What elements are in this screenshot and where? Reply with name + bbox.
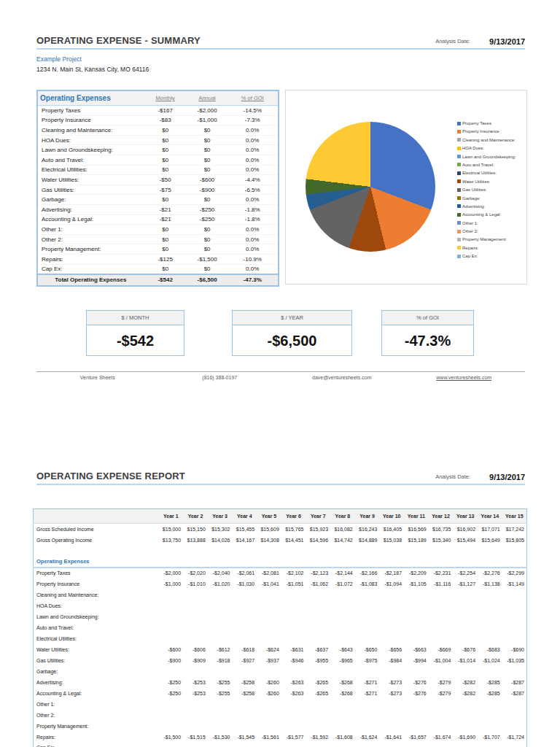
report-row-value [306, 622, 330, 633]
expense-row-value: $0 [187, 155, 228, 165]
report-row-value [183, 600, 208, 611]
report-data-row: Garbage: [34, 666, 527, 677]
legend-swatch-icon [457, 213, 461, 217]
report-row-value [453, 622, 478, 633]
legend-item: HOA Dues: [457, 146, 516, 150]
report-row-value: -$663 [404, 644, 429, 655]
footer-phone: (816) 388-0197 [159, 375, 281, 380]
legend-label: Lawn and Groundskeeping: [462, 155, 516, 159]
report-row-value: -$2,040 [208, 568, 233, 578]
legend-label: Repairs: [462, 246, 478, 250]
report-row-value: -$1,041 [257, 578, 281, 589]
report-row-value: -$1,116 [429, 578, 454, 589]
report-data-row: Other 2: [34, 710, 527, 721]
report-row-value: $15,302 [208, 524, 233, 535]
report-row-value [429, 743, 454, 747]
report-row-value: -$1,592 [306, 732, 330, 743]
footer-website-link[interactable]: www.venturesheets.com [403, 375, 526, 380]
report-row-value [502, 622, 527, 633]
expense-row: Gas Utilities:-$75-$900-6.5% [37, 185, 279, 195]
expense-row-value: -1.8% [227, 204, 279, 214]
report-row-value [379, 600, 404, 611]
legend-item: Advertising: [457, 204, 516, 209]
metric-goi-label: % of GOI [382, 311, 473, 325]
report-row-label: Gross Scheduled Income [34, 524, 159, 535]
report-row-value: -$265 [306, 677, 330, 688]
report-title: OPERATING EXPENSE REPORT [36, 471, 435, 481]
report-row-value [208, 721, 233, 732]
report-row-value [355, 546, 380, 557]
legend-swatch-icon [457, 138, 461, 142]
report-row-value [404, 721, 429, 732]
expense-row-value: 0.0% [227, 195, 279, 205]
report-row-value [404, 633, 429, 644]
legend-label: Property Taxes [462, 121, 491, 125]
legend-item: Other 2: [457, 229, 516, 233]
report-row-value [502, 633, 527, 644]
report-row-value: -$618 [232, 644, 257, 655]
report-row-value: -$683 [478, 644, 502, 655]
report-row-value: -$2,061 [232, 568, 257, 578]
report-row-value [478, 611, 502, 622]
report-row-value [159, 710, 184, 721]
report-row-value [183, 699, 208, 710]
pie-chart [306, 122, 435, 252]
report-row-value: -$2,299 [502, 568, 527, 578]
report-row-value: -$1,657 [404, 732, 429, 743]
report-row-value: -$1,020 [208, 578, 233, 589]
report-row-value [183, 710, 208, 721]
report-row-label: Property Insurance [34, 578, 159, 589]
report-row-value [281, 721, 306, 732]
report-row-value: $16,405 [379, 524, 404, 535]
report-row-value [355, 611, 380, 622]
expense-row-value: 0.0% [227, 225, 279, 235]
expense-row-value: $0 [144, 155, 187, 165]
report-row-value [355, 622, 380, 633]
report-row-value [330, 743, 355, 747]
expense-row-label: Gas Utilities: [37, 185, 144, 195]
expense-row-value: -$50 [144, 175, 187, 185]
report-row-value: -$273 [379, 688, 404, 699]
report-row-value [429, 699, 454, 710]
report-row-value [404, 589, 429, 600]
report-row-value [355, 666, 380, 677]
report-row-value [478, 633, 502, 644]
report-row-value: -$1,138 [478, 578, 502, 589]
report-row-value [159, 611, 184, 622]
report-row-value [502, 699, 527, 710]
report-row-value [159, 622, 184, 633]
project-name-link[interactable]: Example Project [36, 55, 82, 63]
expense-total-row: Total Operating Expenses -$542 -$6,500 -… [37, 274, 279, 286]
expense-table-header-row: Operating Expenses Monthly Annual % of G… [37, 90, 279, 106]
expense-row-value: -$1,000 [187, 115, 228, 125]
report-year-header: Year 7 [306, 509, 330, 524]
expense-row-value: $0 [187, 125, 228, 136]
footer-email-link[interactable]: dave@venturesheets.com [281, 375, 403, 380]
expense-row-value: 0.0% [227, 155, 279, 165]
report-row-value [379, 589, 404, 600]
expense-row-label: Cap Ex: [37, 264, 144, 274]
report-row-value [330, 710, 355, 721]
expense-row-value: $0 [144, 195, 187, 205]
report-row-value [183, 666, 208, 677]
report-row-value: $16,569 [404, 524, 429, 535]
report-row-value [355, 710, 380, 721]
pie-chart-legend: Property TaxesProperty InsuranceCleaning… [457, 121, 516, 263]
col-header-pct-goi: % of GOI [227, 90, 279, 106]
report-row-value: -$1,072 [330, 578, 355, 589]
report-row-label: Gross Operating Income [34, 535, 159, 546]
report-row-value: -$1,030 [232, 578, 257, 589]
total-label: Total Operating Expenses [37, 274, 144, 286]
property-address: 1234 N. Main St, Kansas City, MO 64116 [36, 66, 149, 73]
analysis-date-label: Analysis Date: [435, 38, 470, 46]
report-row-value [379, 721, 404, 732]
expense-table-body: Property Taxes-$167-$2,000-14.5%Property… [37, 106, 279, 274]
report-row-value [159, 699, 184, 710]
expense-row-value: -$900 [187, 185, 228, 195]
expense-row: Property Insurance-$83-$1,000-7.3% [37, 115, 279, 125]
report-row-value: -$1,561 [257, 732, 281, 743]
expense-row-label: Other 2: [37, 234, 144, 244]
report-row-value [232, 600, 257, 611]
operating-expenses-table: Operating Expenses Monthly Annual % of G… [36, 90, 279, 287]
report-row-value [183, 611, 208, 622]
